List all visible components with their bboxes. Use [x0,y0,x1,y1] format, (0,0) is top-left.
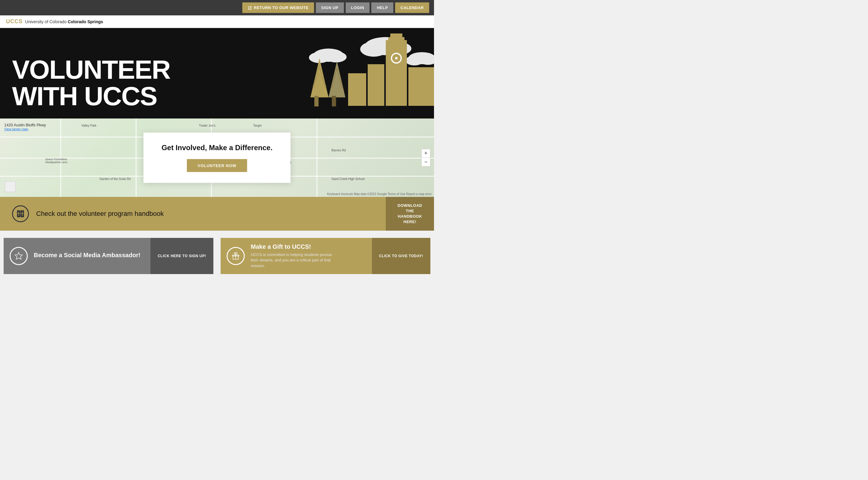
map-label: Garden of the Gods Rd [99,177,130,181]
zoom-out-button[interactable]: − [422,158,430,166]
svg-rect-23 [332,96,336,107]
svg-rect-19 [223,106,434,119]
map-road [135,119,136,197]
ambassador-card: Become a Social Media Ambassador! CLICK … [4,238,213,274]
top-nav: RETURN TO OUR WEBSITE SIGN UP LOGIN HELP… [0,0,434,16]
map-attribution: Keyboard shortcuts Map data ©2022 Google… [327,192,432,196]
map-label: Sand Creek High School [332,177,365,181]
login-button[interactable]: LOGIN [346,2,370,13]
svg-point-6 [326,52,347,62]
gift-card: Make a Gift to UCCS! UCCS is committed t… [221,238,430,274]
svg-rect-18 [408,67,434,107]
ambassador-signup-button[interactable]: CLICK HERE TO SIGN UP! [150,238,213,274]
zoom-in-button[interactable]: + [422,149,430,158]
map-label: Valley Park [82,124,96,127]
handbook-download-button[interactable]: DOWNLOAD THE HANDBOOK HERE! [386,197,434,231]
svg-rect-10 [386,40,407,107]
university-name: University of Colorado Colorado Springs [25,19,103,24]
map-road [316,119,317,197]
gift-box-icon [231,251,240,261]
svg-rect-34 [17,213,24,214]
map-label: Space Foundation Headquarters and... [45,158,82,164]
map-background: Valley Park Trader Joe's Costco Wholesal… [0,119,434,197]
map-address: 1420 Austin Bluffs Pkwy View larger map [4,123,46,131]
calendar-button[interactable]: CALENDAR [395,2,429,13]
svg-rect-12 [390,33,402,39]
bottom-cards: Become a Social Media Ambassador! CLICK … [0,231,434,274]
volunteer-now-button[interactable]: VOLUNTEER NOW [187,159,247,172]
svg-point-15 [395,57,398,59]
gift-description: UCCS is committed to helping students pu… [251,252,335,269]
help-button[interactable]: HELP [371,2,393,13]
uccs-brand: UCCS [6,19,23,25]
map-label: Target [253,124,261,127]
book-icon [16,209,25,218]
map-label: Barnes Rd [332,149,346,152]
gift-title: Make a Gift to UCCS! [251,243,372,250]
cta-card: Get Involved, Make a Difference. VOLUNTE… [144,133,290,183]
gift-icon-circle [227,247,245,265]
view-larger-map-link[interactable]: View larger map [4,127,46,131]
map-google-logo [5,181,16,192]
give-today-button[interactable]: CLICK TO GIVE TODAY! [372,238,430,274]
hero-text: VOLUNTEER WITH UCCS [12,56,170,110]
ambassador-title: Become a Social Media Ambassador! [34,252,150,259]
svg-rect-21 [314,96,318,107]
hero-banner: VOLUNTEER WITH UCCS [0,28,434,119]
signup-button[interactable]: SIGN UP [316,2,344,13]
map-zoom-controls[interactable]: + − [421,149,430,167]
gift-card-body: Make a Gift to UCCS! UCCS is committed t… [251,239,372,273]
logo-bar: UCCS University of Colorado Colorado Spr… [0,16,434,28]
star-icon [14,251,23,261]
svg-marker-35 [15,252,22,259]
handbook-icon [12,205,29,222]
handbook-banner: Check out the volunteer program handbook… [0,197,434,231]
cta-heading: Get Involved, Make a Difference. [161,144,273,152]
handbook-text: Check out the volunteer program handbook [36,210,164,218]
svg-point-2 [360,41,387,57]
campus-illustration [223,28,434,119]
ambassador-card-body: Become a Social Media Ambassador! [34,247,150,265]
ambassador-icon-circle [10,247,28,265]
external-link-icon [248,6,252,10]
map-section: Valley Park Trader Joe's Costco Wholesal… [0,119,434,197]
map-label: Trader Joe's [199,124,216,127]
svg-rect-16 [368,64,384,107]
return-website-button[interactable]: RETURN TO OUR WEBSITE [242,2,314,13]
svg-rect-17 [348,73,366,107]
hero-title: VOLUNTEER WITH UCCS [12,56,170,110]
